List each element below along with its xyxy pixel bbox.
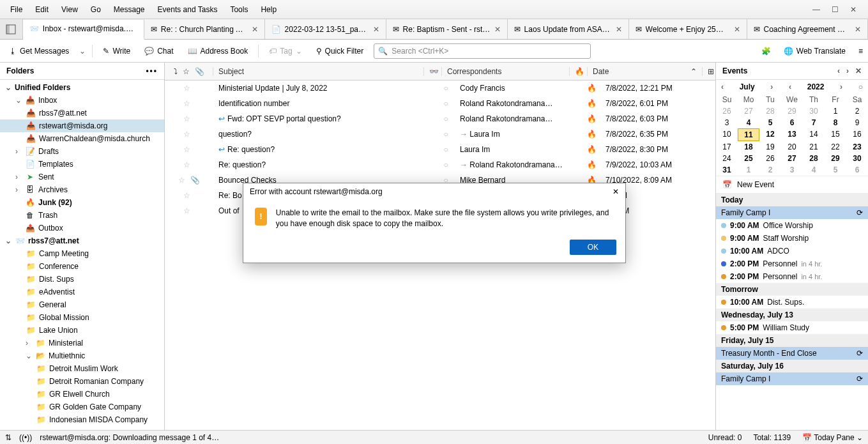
calendar-day[interactable]: 29 [825, 153, 846, 164]
calendar-day[interactable]: 18 [738, 141, 759, 153]
app-menu-icon[interactable]: ≡ [858, 47, 863, 56]
star-icon[interactable]: ☆ [183, 99, 190, 108]
online-icon[interactable]: ⇅ [5, 433, 11, 442]
star-icon[interactable]: ☆ [183, 84, 190, 93]
next-month-icon[interactable]: › [770, 82, 773, 91]
menu-view[interactable]: View [56, 3, 83, 17]
star-icon[interactable]: ☆ [183, 130, 190, 139]
calendar-day[interactable]: 1 [738, 164, 759, 176]
calendar-day[interactable]: 10 [716, 128, 738, 141]
tab-1[interactable]: ✉Re: : Church Planting A…✕ [144, 19, 265, 39]
close-icon[interactable]: ✕ [613, 187, 619, 196]
account-rbss7[interactable]: ⌄📨rbss7@att.net [0, 234, 164, 247]
calendar-day[interactable]: 29 [781, 105, 803, 117]
calendar-day[interactable]: 20 [781, 141, 803, 153]
calendar-day[interactable]: 11 [738, 128, 759, 141]
calendar-day[interactable]: 15 [825, 128, 846, 141]
folder-item[interactable]: 📁Camp Meeting [0, 247, 164, 260]
folder-item[interactable]: 📁Global Mission [0, 311, 164, 324]
close-icon[interactable]: ✕ [616, 25, 622, 34]
unified-folders[interactable]: ⌄Unified Folders [0, 81, 164, 94]
menu-edit[interactable]: Edit [30, 3, 54, 17]
calendar-day[interactable]: 30 [803, 105, 825, 117]
new-event-button[interactable]: 📅 New Event [716, 176, 868, 194]
folder-inbox-child-selected[interactable]: 📥rstewart@misda.org [0, 119, 164, 132]
menu-go[interactable]: Go [86, 3, 106, 17]
calendar-day[interactable]: 16 [846, 128, 868, 141]
calendar-day[interactable]: 22 [825, 141, 846, 153]
table-row[interactable]: ☆Re: question?○→ Roland Rakotondramana…🔥… [165, 157, 715, 172]
next-icon[interactable]: › [846, 66, 849, 75]
table-row[interactable]: ☆Ministerial Update | July 8, 2022○Cody … [165, 80, 715, 96]
folder-item[interactable]: 📁Detroit Romanian Company [0, 375, 164, 388]
folder-item[interactable]: 📁eAdventist [0, 286, 164, 298]
folder-archives[interactable]: ›🗄Archives [0, 183, 164, 196]
web-translate-button[interactable]: 🌐Web Translate [780, 44, 849, 58]
agenda-item[interactable]: 10:00 AMDist. Sups. [716, 296, 868, 309]
menu-tools[interactable]: Tools [225, 3, 253, 17]
table-row[interactable]: ☆↩Fwd: OPT SEVP portal question?○Roland … [165, 111, 715, 126]
calendar-day[interactable]: 2 [846, 105, 868, 117]
calendar-day[interactable]: 26 [716, 105, 738, 117]
calendar-day[interactable]: 12 [759, 128, 781, 141]
calendar-day[interactable]: 31 [716, 164, 738, 176]
calendar-day[interactable]: 27 [738, 105, 759, 117]
prev-icon[interactable]: ‹ [837, 66, 840, 75]
address-book-button[interactable]: 📖Address Book [184, 44, 252, 58]
calendar-day[interactable]: 9 [846, 117, 868, 128]
close-icon[interactable]: ✕ [373, 25, 379, 34]
spaces-toolbar-icon[interactable] [0, 19, 23, 39]
star-icon[interactable]: ☆ [183, 191, 190, 200]
folder-outbox[interactable]: 📤Outbox [0, 222, 164, 234]
folder-junk[interactable]: 🔥Junk (92) [0, 196, 164, 209]
calendar-day[interactable]: 17 [716, 141, 738, 153]
tab-3[interactable]: ✉Re: Baptism - Sent - rste…✕ [386, 19, 508, 39]
calendar-day[interactable]: 23 [846, 141, 868, 153]
agenda-item[interactable]: Family Camp I⟳ [716, 372, 868, 385]
tab-4[interactable]: ✉Laos Update from ASAP…✕ [508, 19, 629, 39]
calendar-day[interactable]: 7 [803, 117, 825, 128]
folder-item[interactable]: 📁Lake Union [0, 324, 164, 337]
star-icon[interactable]: ☆ [183, 160, 190, 169]
tab-inbox[interactable]: 📨 Inbox - rstewart@misda.or… [23, 20, 144, 40]
next-year-icon[interactable]: › [840, 82, 842, 91]
menu-message[interactable]: Message [109, 3, 150, 17]
tag-button[interactable]: 🏷Tag⌄ [265, 44, 305, 58]
calendar-day[interactable]: 25 [738, 153, 759, 164]
kebab-icon[interactable]: ••• [146, 66, 158, 75]
close-icon[interactable]: ✕ [734, 25, 740, 34]
calendar-day[interactable]: 4 [738, 117, 759, 128]
menu-help[interactable]: Help [255, 3, 282, 17]
col-read[interactable]: 👓 [424, 67, 442, 76]
calendar-day[interactable]: 3 [781, 164, 803, 176]
star-icon[interactable]: ☆ [183, 206, 190, 215]
folder-drafts[interactable]: ›📝Drafts [0, 145, 164, 158]
table-row[interactable]: ☆question?○→ Laura Im🔥7/8/2022, 6:35 PM [165, 126, 715, 142]
agenda-item[interactable]: 9:00 AMOffice Worship [716, 219, 868, 232]
close-icon[interactable]: ✕ [855, 66, 862, 75]
today-pane-toggle[interactable]: 📅 Today Pane ⌄ [802, 433, 863, 442]
col-picker-icon[interactable]: ⊞ [703, 67, 715, 76]
tab-2[interactable]: 📄2022-03-12 13-51_page…✕ [265, 19, 386, 39]
calendar-day[interactable]: 4 [803, 164, 825, 176]
table-row[interactable]: ☆↩Re: question?○Laura Im🔥7/8/2022, 8:30 … [165, 142, 715, 157]
calendar-day[interactable]: 13 [781, 128, 803, 141]
agenda-item[interactable]: Family Camp I⟳ [716, 206, 868, 219]
star-icon[interactable]: ☆ [183, 114, 190, 123]
calendar-day[interactable]: 3 [716, 117, 738, 128]
close-icon[interactable]: ✕ [855, 25, 861, 34]
chat-button[interactable]: 💬Chat [141, 44, 177, 58]
search-input[interactable]: 🔍 Search <Ctrl+K> [374, 43, 591, 59]
agenda-item[interactable]: 5:00 PMWilliam Study [716, 321, 868, 334]
calendar-day[interactable]: 30 [846, 153, 868, 164]
table-row[interactable]: ☆Identification number○Roland Rakotondra… [165, 96, 715, 111]
folder-trash[interactable]: 🗑Trash [0, 209, 164, 222]
window-close-icon[interactable]: ✕ [850, 5, 857, 14]
agenda-item[interactable]: 10:00 AMADCO [716, 245, 868, 257]
calendar-day[interactable]: 6 [846, 164, 868, 176]
star-icon[interactable]: ☆ [178, 176, 185, 185]
calendar-day[interactable]: 14 [803, 128, 825, 141]
folder-item[interactable]: 📁Detroit Muslim Work [0, 362, 164, 375]
col-subject[interactable]: Subject [213, 67, 424, 76]
folder-item[interactable]: 📁GR Golden Gate Company [0, 401, 164, 413]
